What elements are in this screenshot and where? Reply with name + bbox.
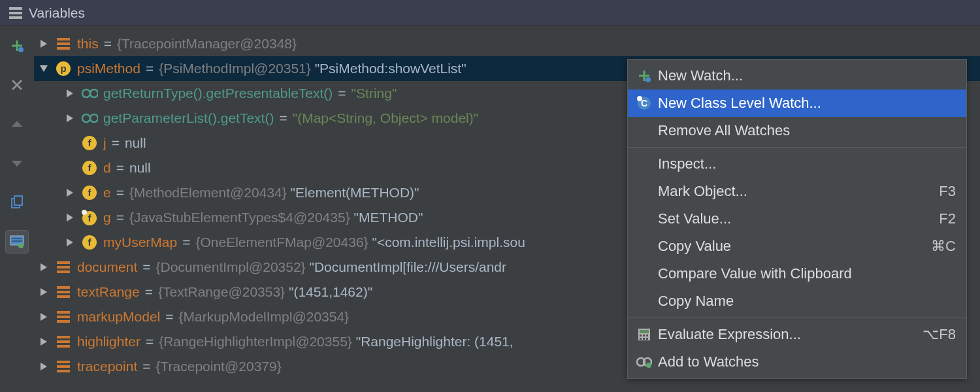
svg-marker-45 — [41, 363, 47, 370]
chevron-right-icon[interactable] — [37, 285, 51, 299]
variable-value: {Tracepoint@20379} — [156, 359, 282, 374]
stack-icon — [55, 333, 72, 350]
chevron-right-icon[interactable] — [63, 111, 77, 125]
svg-marker-14 — [40, 65, 48, 72]
equals-sign: = — [116, 160, 124, 176]
stack-icon — [55, 308, 72, 325]
menu-item[interactable]: Evaluate Expression...⌥F8 — [628, 321, 966, 348]
variable-name: e — [103, 185, 111, 201]
chevron-right-icon[interactable] — [37, 260, 51, 274]
variable-value: {MethodElement@20434} "Element(METHOD)" — [129, 185, 419, 201]
chevron-down-icon[interactable] — [37, 61, 51, 76]
equals-sign: = — [116, 185, 124, 201]
svg-marker-34 — [67, 214, 73, 221]
svg-marker-43 — [41, 313, 47, 321]
menu-item-label: Mark Object... — [658, 183, 939, 200]
equals-sign: = — [116, 210, 124, 225]
chevron-right-icon[interactable] — [37, 310, 51, 324]
svg-rect-57 — [640, 338, 642, 340]
variable-value: "(Map<String, Object> model)" — [293, 110, 479, 126]
p-icon: p — [55, 60, 72, 77]
chevron-right-icon[interactable] — [37, 359, 51, 374]
svg-point-12 — [18, 243, 24, 248]
variable-name: getParameterList().getText() — [103, 110, 274, 126]
variable-name: psiMethod — [77, 61, 140, 76]
variable-name: highlighter — [77, 334, 140, 350]
glasses-icon — [81, 110, 98, 127]
move-down-button[interactable] — [5, 152, 29, 175]
panel-title: Variables — [29, 5, 85, 21]
equals-sign: = — [279, 110, 287, 126]
menu-item-shortcut: F3 — [939, 183, 956, 200]
variable-name: textRange — [77, 284, 140, 300]
svg-point-19 — [90, 90, 98, 97]
panel-header: Variables — [0, 0, 980, 26]
menu-item-label: Inspect... — [658, 155, 956, 172]
variable-name: this — [77, 36, 99, 52]
menu-item[interactable]: CNew Class Level Watch... — [628, 90, 966, 117]
calc-icon — [634, 327, 654, 342]
stack-icon — [55, 358, 72, 375]
svg-point-2 — [18, 47, 24, 52]
watches-view-button[interactable] — [5, 230, 29, 253]
chevron-right-icon[interactable] — [37, 37, 51, 51]
menu-item[interactable]: New Watch... — [628, 62, 966, 90]
svg-marker-5 — [12, 121, 22, 127]
menu-item[interactable]: Copy Value⌘C — [628, 233, 966, 260]
chevron-right-icon[interactable] — [63, 210, 77, 225]
menu-item[interactable]: Mark Object...F3 — [628, 178, 966, 205]
svg-text:p: p — [60, 63, 66, 74]
svg-point-51 — [637, 96, 642, 101]
glasses-icon — [81, 85, 98, 102]
remove-watch-button[interactable] — [5, 73, 29, 97]
variable-value: {TracepointManager@20348} — [117, 36, 297, 52]
svg-rect-59 — [646, 338, 648, 340]
f-icon: f — [81, 184, 98, 201]
svg-rect-54 — [640, 335, 642, 336]
addwatch-icon — [634, 355, 654, 368]
copy-button[interactable] — [5, 191, 29, 214]
newwatch-icon — [634, 69, 654, 83]
menu-item[interactable]: Remove All Watches — [628, 117, 966, 144]
svg-marker-17 — [67, 90, 73, 97]
equals-sign: = — [142, 259, 150, 275]
tree-row[interactable]: this = {TracepointManager@20348} — [34, 31, 980, 56]
menu-item-label: Copy Name — [658, 293, 956, 310]
menu-item-label: Copy Value — [658, 238, 931, 255]
svg-marker-38 — [67, 238, 73, 246]
variable-value: {DocumentImpl@20352} "DocumentImpl[file:… — [156, 259, 507, 275]
variable-value: null — [129, 160, 151, 176]
svg-point-23 — [90, 114, 98, 122]
equals-sign: = — [112, 135, 120, 151]
svg-marker-41 — [41, 263, 47, 271]
classwatch-icon: C — [634, 95, 654, 111]
variable-value: {OneElementFMap@20436} "<com.intellij.ps… — [195, 235, 525, 250]
chevron-right-icon[interactable] — [63, 235, 77, 250]
svg-rect-55 — [643, 335, 645, 336]
menu-item[interactable]: Copy Name — [628, 287, 966, 315]
equals-sign: = — [338, 86, 346, 101]
new-watch-button[interactable] — [5, 34, 29, 57]
chevron-right-icon[interactable] — [63, 86, 77, 101]
svg-point-18 — [82, 90, 90, 97]
menu-item[interactable]: Inspect... — [628, 150, 966, 178]
svg-rect-53 — [640, 330, 649, 333]
variable-name: markupModel — [77, 309, 160, 325]
menu-item[interactable]: Add to Watches — [628, 348, 966, 376]
variable-value: {JavaStubElementTypes$4@20435} "METHOD" — [129, 210, 423, 225]
stack-icon — [55, 259, 72, 276]
move-up-button[interactable] — [5, 112, 29, 136]
stack-icon — [55, 35, 72, 52]
menu-item[interactable]: Compare Value with Clipboard — [628, 260, 966, 287]
fdot-icon: f — [81, 209, 98, 226]
menu-item-label: New Class Level Watch... — [658, 95, 956, 112]
f-icon: f — [81, 159, 98, 176]
variables-icon — [9, 7, 22, 19]
variable-name: myUserMap — [103, 235, 177, 250]
stack-icon — [55, 284, 72, 301]
context-menu[interactable]: New Watch...CNew Class Level Watch...Rem… — [627, 59, 967, 379]
chevron-right-icon[interactable] — [37, 335, 51, 349]
menu-item[interactable]: Set Value...F2 — [628, 205, 966, 233]
f-icon: f — [81, 234, 98, 251]
chevron-right-icon[interactable] — [63, 186, 77, 200]
